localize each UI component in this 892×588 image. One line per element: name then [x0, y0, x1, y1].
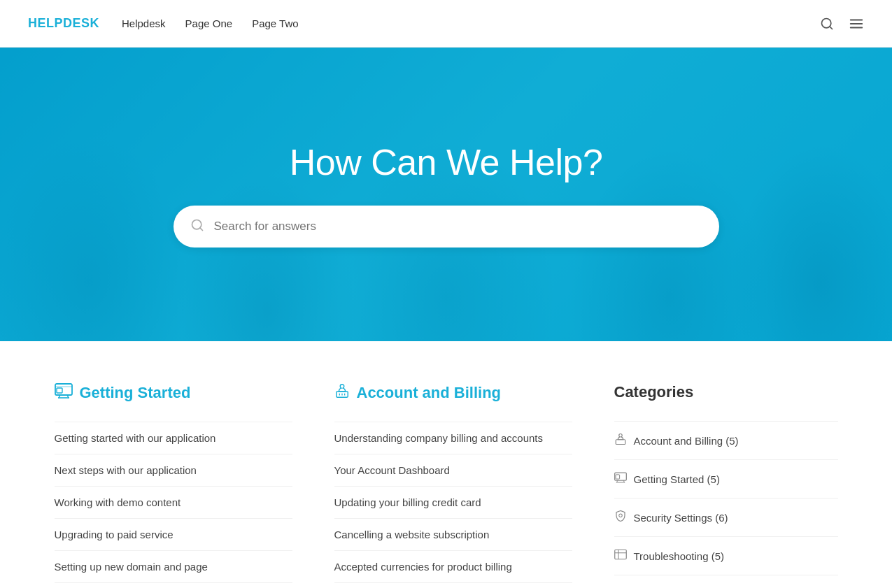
svg-line-6	[199, 228, 202, 231]
category-label: Account and Billing (5)	[634, 435, 739, 447]
svg-rect-9	[57, 388, 62, 393]
nav-link-page-two[interactable]: Page Two	[252, 17, 298, 29]
main-content: Getting Started Getting started with our…	[27, 341, 866, 588]
categories-section: Categories Account and Billing (5)	[614, 383, 838, 583]
getting-started-title: Getting Started	[55, 383, 292, 402]
getting-started-icon	[55, 383, 73, 402]
navbar: HELPDESK Helpdesk Page One Page Two	[0, 0, 892, 48]
article-item[interactable]: Working with demo content	[55, 487, 292, 519]
article-item[interactable]: Accepted currencies for product billing	[334, 551, 572, 583]
search-input[interactable]	[214, 220, 702, 234]
nav-link-page-one[interactable]: Page One	[185, 17, 233, 29]
menu-icon[interactable]	[849, 16, 864, 31]
svg-rect-17	[616, 440, 625, 445]
hero-title: How Can We Help?	[290, 141, 603, 183]
nav-link-helpdesk[interactable]: Helpdesk	[122, 17, 166, 29]
troubleshooting-category-icon	[614, 548, 627, 564]
svg-rect-24	[614, 550, 626, 559]
article-item[interactable]: Next steps with our application	[55, 454, 292, 487]
article-item[interactable]: Setting up new domain and page	[55, 551, 292, 583]
article-item[interactable]: Upgrading to paid service	[55, 519, 292, 551]
account-billing-icon	[334, 383, 350, 402]
hero-content: How Can We Help?	[0, 141, 892, 248]
navbar-right	[819, 16, 864, 31]
svg-line-1	[830, 26, 833, 29]
hero-search-bar	[174, 206, 719, 248]
category-list: Account and Billing (5) Getting Started …	[614, 421, 838, 575]
security-settings-category-icon	[614, 510, 627, 525]
category-item-account-billing[interactable]: Account and Billing (5)	[614, 421, 838, 460]
categories-title: Categories	[614, 383, 838, 401]
getting-started-category-icon	[614, 471, 627, 487]
category-item-getting-started[interactable]: Getting Started (5)	[614, 460, 838, 499]
getting-started-section: Getting Started Getting started with our…	[55, 383, 292, 583]
article-item[interactable]: Updating your billing credit card	[334, 487, 572, 519]
navbar-logo[interactable]: HELPDESK	[28, 16, 99, 31]
account-billing-category-icon	[614, 433, 627, 448]
account-billing-list: Understanding company billing and accoun…	[334, 422, 572, 583]
article-item[interactable]: Your Account Dashboard	[334, 454, 572, 487]
hero-section: How Can We Help?	[0, 48, 892, 341]
account-billing-section: Account and Billing Understanding compan…	[334, 383, 572, 583]
article-item[interactable]: Cancelling a website subscription	[334, 519, 572, 551]
category-item-security-settings[interactable]: Security Settings (6)	[614, 499, 838, 537]
svg-rect-19	[616, 475, 620, 479]
svg-rect-8	[55, 386, 72, 387]
category-label: Getting Started (5)	[634, 473, 720, 485]
category-label: Security Settings (6)	[634, 512, 728, 524]
article-item[interactable]: Understanding company billing and accoun…	[334, 422, 572, 454]
getting-started-list: Getting started with our application Nex…	[55, 422, 292, 583]
search-icon[interactable]	[819, 16, 835, 31]
account-billing-title: Account and Billing	[334, 383, 572, 402]
svg-point-23	[618, 514, 622, 517]
hero-search-icon	[190, 218, 204, 235]
navbar-links: Helpdesk Page One Page Two	[122, 17, 299, 29]
category-label: Troubleshooting (5)	[634, 550, 725, 562]
category-item-troubleshooting[interactable]: Troubleshooting (5)	[614, 537, 838, 575]
navbar-left: HELPDESK Helpdesk Page One Page Two	[28, 16, 299, 31]
article-item[interactable]: Getting started with our application	[55, 422, 292, 454]
